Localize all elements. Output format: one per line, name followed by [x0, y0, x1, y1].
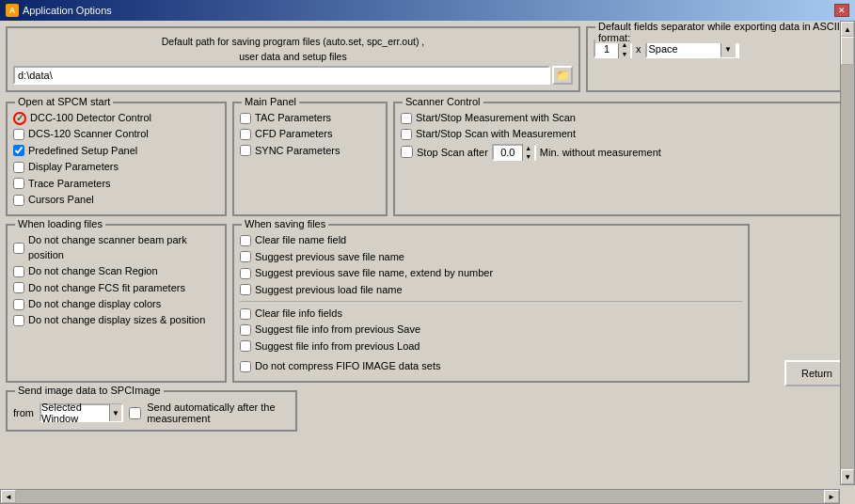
saving-item-prev-save-num: Suggest previous save file name, extend …	[240, 266, 742, 280]
path-input-row: 📁	[13, 66, 573, 85]
app-icon: A	[6, 4, 19, 17]
dcs120-label: DCS-120 Scanner Control	[28, 127, 149, 141]
path-label-line1: Default path for saving program files (a…	[13, 36, 573, 47]
clear-filename-checkbox[interactable]	[240, 235, 251, 246]
dcs120-checkbox[interactable]	[13, 129, 24, 140]
loading-item-sizes: Do not change display sizes & position	[13, 313, 219, 327]
open-at-spcm-group: Open at SPCM start DCC-100 Detector Cont…	[6, 102, 227, 216]
stop-scan-unit: Min. without measurement	[540, 147, 661, 158]
no-change-fcs-checkbox[interactable]	[13, 282, 24, 293]
spinner-value: 1	[595, 43, 618, 55]
scroll-h-track[interactable]	[16, 490, 824, 503]
no-change-sizes-checkbox[interactable]	[13, 315, 24, 326]
main-panel-title: Main Panel	[242, 96, 299, 107]
auto-send-label: Send automatically after the measurement	[147, 402, 290, 424]
info-prev-load-checkbox[interactable]	[240, 340, 251, 352]
no-change-park-checkbox[interactable]	[13, 243, 24, 254]
trace-params-checkbox[interactable]	[13, 178, 24, 189]
when-loading-title: When loading files	[15, 218, 105, 229]
path-input[interactable]	[13, 66, 550, 85]
top-row: Default path for saving program files (a…	[6, 26, 849, 96]
scroll-up-button[interactable]: ▲	[841, 22, 854, 37]
loading-item-park: Do not change scanner beam park position	[13, 233, 219, 262]
stop-scan-arrows[interactable]: ▲ ▼	[522, 144, 534, 161]
stop-scan-up[interactable]: ▲	[523, 144, 534, 152]
scroll-right-button[interactable]: ►	[824, 490, 839, 503]
predefined-checkbox[interactable]	[13, 145, 24, 156]
no-compress-label: Do not compress FIFO IMAGE data sets	[255, 359, 440, 373]
no-change-scan-checkbox[interactable]	[13, 266, 24, 277]
no-change-sizes-label: Do not change display sizes & position	[28, 313, 205, 327]
cfd-params-label: CFD Parameters	[255, 127, 333, 141]
display-params-label: Display Parameters	[28, 160, 119, 174]
saving-item-no-compress: Do not compress FIFO IMAGE data sets	[240, 359, 742, 373]
stop-scan-row: Stop Scan after 0.0 ▲ ▼ Min. without mea…	[401, 144, 842, 161]
send-image-dropdown-value: Selected Window	[41, 402, 109, 424]
start-meas-label: Start/Stop Scan with Measurement	[416, 127, 576, 141]
scroll-track[interactable]	[841, 37, 854, 469]
suggest-prev-save-checkbox[interactable]	[240, 251, 251, 262]
scanner-control-title: Scanner Control	[403, 96, 483, 107]
open-item-trace: Trace Parameters	[13, 177, 219, 191]
suggest-prev-load-label: Suggest previous load file name	[255, 283, 403, 297]
from-label: from	[13, 407, 34, 418]
send-image-dropdown-arrow[interactable]: ▼	[109, 404, 122, 421]
bottom-section: Send image data to SPCImage from Selecte…	[6, 390, 849, 435]
tac-params-checkbox[interactable]	[240, 113, 251, 124]
loading-item-fcs: Do not change FCS fit parameters	[13, 281, 219, 295]
main-item-tac: TAC Parameters	[240, 111, 380, 125]
horizontal-scrollbar[interactable]: ◄ ►	[0, 489, 840, 504]
auto-send-checkbox[interactable]	[129, 407, 141, 419]
send-image-dropdown[interactable]: Selected Window ▼	[40, 403, 123, 422]
scroll-thumb[interactable]	[841, 37, 854, 65]
stop-scan-label: Stop Scan after	[417, 147, 488, 158]
spinner-down-button[interactable]: ▼	[619, 49, 630, 58]
cursors-panel-checkbox[interactable]	[13, 195, 24, 206]
open-at-spcm-title: Open at SPCM start	[15, 96, 113, 107]
trace-params-label: Trace Parameters	[28, 177, 111, 191]
path-group: Default path for saving program files (a…	[6, 26, 580, 92]
cursors-panel-label: Cursors Panel	[28, 193, 94, 207]
start-meas-checkbox[interactable]	[401, 129, 412, 140]
cfd-params-checkbox[interactable]	[240, 129, 251, 140]
vertical-scrollbar[interactable]: ▲ ▼	[840, 21, 855, 485]
clear-filename-label: Clear file name field	[255, 233, 346, 247]
scroll-down-button[interactable]: ▼	[841, 469, 854, 484]
stop-scan-spinner[interactable]: 0.0 ▲ ▼	[492, 144, 536, 161]
tac-params-label: TAC Parameters	[255, 111, 331, 125]
stop-scan-down[interactable]: ▼	[523, 152, 534, 161]
sync-params-label: SYNC Parameters	[255, 144, 340, 158]
title-bar-left: A Application Options	[6, 4, 112, 17]
display-params-checkbox[interactable]	[13, 162, 24, 173]
scrollbar-corner	[840, 489, 855, 504]
saving-divider	[240, 301, 742, 305]
when-loading-group: When loading files Do not change scanner…	[6, 224, 227, 383]
return-area: Return	[755, 224, 849, 386]
clear-fileinfo-checkbox[interactable]	[240, 308, 251, 320]
scanner-item-start-scan: Start/Stop Measurement with Scan	[401, 111, 842, 125]
no-change-scan-label: Do not change Scan Region	[28, 264, 158, 278]
dcc100-checkbox-redcircle[interactable]	[13, 112, 26, 125]
folder-browse-button[interactable]: 📁	[552, 66, 573, 85]
bottom-row: When loading files Do not change scanner…	[6, 224, 849, 386]
saving-item-info-prev-save: Suggest file info from previous Save	[240, 323, 742, 337]
stop-scan-checkbox[interactable]	[401, 146, 413, 158]
separator-dropdown-value: Space	[649, 43, 678, 55]
main-content: Default path for saving program files (a…	[0, 21, 855, 485]
x-label: x	[636, 43, 641, 55]
saving-item-clear-name: Clear file name field	[240, 233, 742, 247]
saving-item-prev-load: Suggest previous load file name	[240, 283, 742, 297]
info-prev-save-checkbox[interactable]	[240, 324, 251, 336]
start-scan-checkbox[interactable]	[401, 113, 412, 124]
suggest-prev-save-num-checkbox[interactable]	[240, 268, 251, 279]
no-change-colors-checkbox[interactable]	[13, 299, 24, 310]
no-compress-checkbox[interactable]	[240, 361, 251, 372]
sync-params-checkbox[interactable]	[240, 145, 251, 156]
open-item-cursors: Cursors Panel	[13, 193, 219, 207]
window-title: Application Options	[23, 5, 112, 16]
main-panel-group: Main Panel TAC Parameters CFD Parameters…	[232, 102, 388, 216]
close-button[interactable]: ✕	[834, 4, 849, 17]
loading-item-scan: Do not change Scan Region	[13, 264, 219, 278]
scroll-left-button[interactable]: ◄	[1, 490, 16, 503]
suggest-prev-load-checkbox[interactable]	[240, 284, 251, 295]
